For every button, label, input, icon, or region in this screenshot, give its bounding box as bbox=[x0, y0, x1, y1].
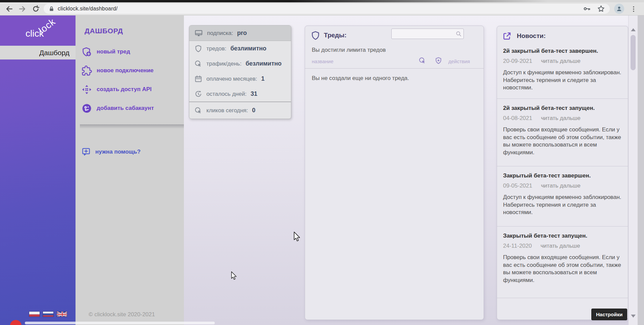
read-more-link[interactable]: читать дальше bbox=[541, 182, 581, 189]
page-scrollbar[interactable] bbox=[628, 15, 638, 325]
monitor-icon bbox=[194, 29, 203, 38]
video-progress-bar[interactable] bbox=[25, 322, 215, 324]
refresh-button[interactable] bbox=[31, 4, 40, 13]
video-letterbox bbox=[0, 0, 644, 2]
subscription-row-traffic: трафик/день: безлимитно bbox=[189, 56, 291, 71]
screen: clicklock.site/dashboard/ clicklock Дашб… bbox=[0, 0, 644, 325]
news-item-title: 2й закрытый бета-тест запущен. bbox=[503, 105, 622, 112]
calendar-icon bbox=[194, 75, 202, 83]
copyright-text: © clicklock.site 2020-2021 bbox=[89, 311, 155, 318]
row-value: 1 bbox=[261, 75, 264, 82]
person-icon bbox=[616, 5, 623, 12]
news-item-title: Закрытый бета-тест завершен. bbox=[503, 172, 622, 179]
shield-plus-icon bbox=[82, 47, 92, 57]
url-text: clicklock.site/dashboard/ bbox=[58, 6, 117, 12]
row-label: оплачено месяцев: bbox=[206, 76, 257, 82]
flag-uk bbox=[57, 312, 67, 317]
row-value: безлимитно bbox=[246, 60, 282, 67]
news-item-meta: 24-11-2020 читать дальше bbox=[503, 243, 622, 249]
news-item-body: Доступ к функциям временно заблокирован.… bbox=[503, 194, 622, 216]
clicks-column-icon bbox=[418, 57, 426, 65]
add-subaccount-button[interactable]: добавить сабакаунт bbox=[82, 103, 154, 114]
language-switcher bbox=[29, 311, 68, 317]
need-help-link[interactable]: нужна помощь? bbox=[82, 147, 141, 156]
create-api-access-button[interactable]: создать доступ API bbox=[82, 84, 152, 95]
back-icon bbox=[5, 5, 13, 13]
click-cursor-icon bbox=[194, 60, 202, 68]
subscription-row-paid-months: оплачено месяцев: 1 bbox=[189, 71, 291, 86]
subscription-card: подписка: pro тредов: безлимитно трафик/… bbox=[189, 25, 291, 119]
news-item-body: Проверь свои входящие сообщения. Если у … bbox=[503, 126, 622, 156]
subscription-clicks-today: кликов сегодня: 0 bbox=[189, 101, 291, 119]
news-item-meta: 04-08-2021 читать дальше bbox=[503, 115, 622, 122]
new-thread-label: новый тред bbox=[97, 48, 130, 55]
scroll-up-arrow[interactable] bbox=[631, 28, 636, 31]
scroll-down-arrow[interactable] bbox=[631, 315, 636, 318]
flag-russia-icon[interactable] bbox=[43, 311, 54, 317]
threads-search-input[interactable] bbox=[391, 29, 464, 39]
address-bar[interactable]: clicklock.site/dashboard/ bbox=[44, 4, 610, 14]
subscription-row-days-left: осталось дней: 31 bbox=[189, 86, 291, 101]
mouse-cursor bbox=[231, 271, 238, 281]
forward-button[interactable] bbox=[18, 4, 27, 13]
forward-icon bbox=[18, 5, 27, 13]
scrollbar-thumb[interactable] bbox=[631, 35, 636, 70]
news-item-meta: 20-09-2021 читать дальше bbox=[503, 58, 622, 65]
logo-text: clicklock bbox=[26, 28, 62, 39]
news-header: Новости: bbox=[497, 26, 628, 42]
threads-title: Треды: bbox=[324, 32, 347, 39]
browser-menu-button[interactable] bbox=[629, 4, 638, 13]
row-label: осталось дней: bbox=[206, 91, 247, 97]
logo[interactable]: clicklock bbox=[0, 15, 76, 45]
shield-icon bbox=[310, 31, 320, 41]
row-label: кликов сегодня: bbox=[206, 107, 248, 114]
read-more-link[interactable]: читать дальше bbox=[541, 243, 580, 249]
search-icon bbox=[455, 31, 462, 37]
news-item-meta: 09-05-2021 читать дальше bbox=[503, 182, 622, 189]
card-shadow bbox=[80, 124, 184, 129]
flag-poland-icon[interactable] bbox=[29, 311, 40, 317]
news-item: 2й закрытый бета-тест завершен. 20-09-20… bbox=[497, 42, 628, 98]
subscription-label: подписка: bbox=[207, 30, 233, 37]
read-more-link[interactable]: читать дальше bbox=[541, 115, 581, 122]
news-item: 2й закрытый бета-тест запущен. 04-08-202… bbox=[497, 98, 628, 166]
subaccount-smiley-icon bbox=[82, 103, 92, 114]
add-subaccount-label: добавить сабакаунт bbox=[97, 105, 154, 112]
external-link-icon bbox=[502, 32, 511, 41]
flag-uk-icon[interactable] bbox=[56, 311, 67, 317]
mouse-cursor bbox=[293, 232, 302, 243]
news-panel: Новости: 2й закрытый бета-тест завершен.… bbox=[497, 26, 628, 320]
news-item: Закрытый бета-тест завершен. 09-05-2021 … bbox=[497, 166, 628, 226]
settings-tooltip: Настройки bbox=[591, 309, 627, 320]
back-button[interactable] bbox=[5, 4, 14, 13]
read-more-link[interactable]: читать дальше bbox=[541, 58, 581, 65]
clock-icon bbox=[194, 90, 202, 98]
row-label: трафик/день: bbox=[206, 60, 242, 67]
kebab-menu-icon bbox=[630, 5, 637, 13]
news-item-body: Проверь свои входящие сообщения. Если у … bbox=[503, 254, 622, 284]
puzzle-icon bbox=[82, 66, 92, 76]
omnibox-actions bbox=[583, 5, 605, 13]
new-thread-button[interactable]: новый тред bbox=[82, 46, 130, 57]
news-item-title: Закрытый бета-тест запущен. bbox=[503, 233, 622, 239]
empty-threads-message: Вы не создали еще ни одного треда. bbox=[312, 75, 409, 82]
news-item-date: 09-05-2021 bbox=[503, 182, 532, 189]
new-connection-button[interactable]: новое подключение bbox=[82, 65, 154, 76]
subscription-row-threads: тредов: безлимитно bbox=[189, 41, 291, 56]
star-icon[interactable] bbox=[597, 5, 605, 13]
threads-panel: Треды: Вы достигли лимита тредов названи… bbox=[305, 26, 484, 320]
column-header-actions: действия bbox=[448, 58, 470, 64]
column-header-name: название bbox=[312, 58, 333, 64]
limit-message: Вы достигли лимита тредов bbox=[312, 47, 386, 53]
news-item-title: 2й закрытый бета-тест завершен. bbox=[503, 48, 622, 54]
flag-russia bbox=[43, 312, 54, 317]
create-api-access-label: создать доступ API bbox=[97, 86, 152, 93]
key-icon[interactable] bbox=[583, 5, 591, 13]
divider bbox=[305, 68, 484, 69]
row-label: тредов: bbox=[206, 45, 226, 52]
sidebar bbox=[0, 15, 76, 325]
sidebar-item-dashboard[interactable]: Дашборд bbox=[0, 46, 76, 59]
profile-avatar[interactable] bbox=[614, 4, 624, 14]
flag-poland bbox=[29, 312, 40, 317]
page-title: ДАШБОРД bbox=[85, 27, 123, 35]
